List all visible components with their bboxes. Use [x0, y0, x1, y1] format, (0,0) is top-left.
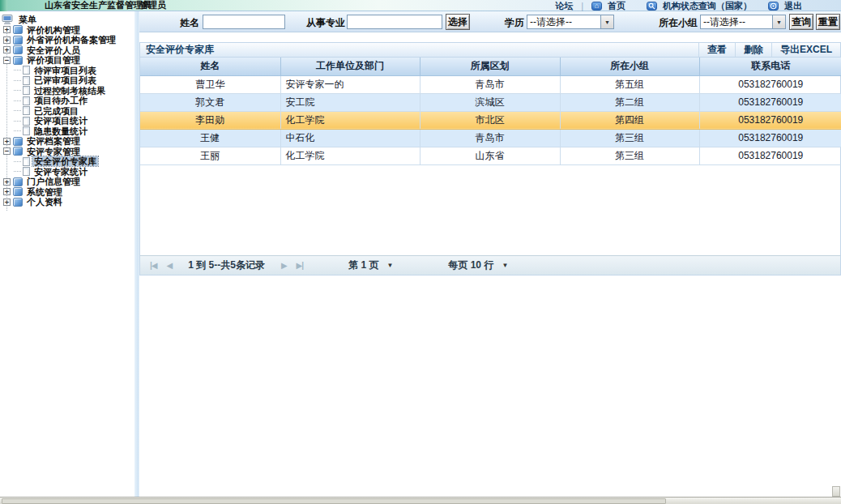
expand-icon[interactable]: + — [3, 36, 11, 44]
sidebar-item[interactable]: +评价机构管理 — [0, 25, 134, 36]
current-page-label: 第 1 页 — [345, 258, 382, 272]
delete-button[interactable]: 删除 — [735, 43, 771, 57]
sidebar-item[interactable]: 待评审项目列表 — [0, 66, 134, 76]
sidebar-root[interactable]: 菜单 — [0, 15, 134, 25]
view-button[interactable]: 查看 — [698, 43, 735, 57]
query-button[interactable]: 查询 — [789, 14, 813, 30]
tree-connector — [14, 80, 21, 81]
table-row[interactable]: 曹卫华安评专家一的青岛市第五组053182760019 — [140, 75, 841, 93]
home-link[interactable]: 首页 — [608, 1, 625, 11]
horizontal-scrollbar[interactable] — [0, 497, 841, 504]
page-dropdown-icon[interactable]: ▼ — [382, 262, 393, 269]
column-header-region[interactable]: 所属区划 — [420, 58, 560, 75]
sidebar-item[interactable]: 隐患数量统计 — [0, 126, 134, 137]
expand-icon[interactable]: + — [3, 26, 11, 33]
expert-table: 姓名 工作单位及部门 所属区划 所在小组 联系电话 曹卫华安评专家一的青岛市第五… — [140, 58, 841, 165]
sidebar-item[interactable]: +门户信息管理 — [0, 177, 134, 187]
sidebar-item[interactable]: +个人资料 — [0, 197, 134, 207]
export-excel-button[interactable]: 导出EXCEL — [771, 43, 840, 57]
folder-icon — [13, 137, 23, 146]
expand-icon[interactable]: + — [3, 199, 11, 206]
sidebar-item[interactable]: 已完成项目 — [0, 106, 134, 117]
sidebar-item[interactable]: +安全评价人员 — [0, 45, 134, 56]
name-input[interactable] — [203, 15, 285, 29]
sidebar-item-label[interactable]: 系统管理 — [25, 187, 64, 197]
scrollbar-thumb[interactable] — [2, 498, 666, 504]
group-select[interactable]: --请选择-- ▼ — [700, 15, 786, 29]
education-label: 学历 — [505, 16, 524, 30]
sidebar-item-label[interactable]: 评价机构管理 — [25, 25, 82, 35]
link-separator: ｜ — [578, 1, 587, 11]
sidebar-item-label[interactable]: 已评审项目列表 — [32, 75, 98, 85]
table-row[interactable]: 王健中石化青岛市第三组053182760019 — [140, 129, 841, 147]
chevron-down-icon[interactable]: ▼ — [600, 15, 613, 28]
table-cell: 王健 — [140, 129, 280, 147]
last-page-icon[interactable]: ▶| — [292, 261, 309, 270]
table-row[interactable]: 李田勋化工学院市北区第四组053182760019 — [140, 111, 841, 129]
page-icon — [23, 167, 30, 176]
sidebar-item-label[interactable]: 安评专家管理 — [25, 147, 82, 156]
sidebar-item-label[interactable]: 门户信息管理 — [25, 177, 82, 186]
reset-button[interactable]: 重置 — [816, 14, 840, 30]
sidebar-item-label[interactable]: 安评档案管理 — [25, 136, 82, 146]
expand-icon[interactable]: + — [3, 178, 11, 186]
vertical-scrollbar-button[interactable] — [832, 486, 840, 497]
column-header-name[interactable]: 姓名 — [140, 58, 280, 75]
sidebar-item-label[interactable]: 安评项目统计 — [32, 116, 89, 126]
sidebar-item-label[interactable]: 待评审项目列表 — [32, 66, 98, 75]
sidebar-item[interactable]: +安评档案管理 — [0, 136, 134, 147]
sidebar-item-label[interactable]: 安全评价人员 — [25, 45, 82, 55]
sidebar-item-label[interactable]: 外省评价机构备案管理 — [25, 35, 117, 45]
column-header-phone[interactable]: 联系电话 — [699, 58, 841, 75]
status-query-link[interactable]: 机构状态查询（国家） — [663, 1, 752, 11]
sidebar-item-label[interactable]: 隐患数量统计 — [32, 126, 89, 136]
table-cell: 安评专家一的 — [280, 75, 420, 93]
computer-icon — [2, 15, 15, 24]
profession-input[interactable] — [347, 15, 442, 29]
collapse-icon[interactable]: − — [3, 57, 11, 64]
expand-icon[interactable]: + — [3, 138, 11, 145]
sidebar-item[interactable]: 安评项目统计 — [0, 116, 134, 126]
expand-icon[interactable]: + — [3, 46, 11, 53]
sidebar-item[interactable]: +外省评价机构备案管理 — [0, 35, 134, 45]
sidebar-item[interactable]: 安评专家统计 — [0, 167, 134, 177]
page-size-dropdown-icon[interactable]: ▼ — [497, 262, 508, 269]
page-icon — [23, 106, 30, 115]
sidebar-item-label[interactable]: 项目待办工作 — [32, 96, 89, 105]
sidebar-item-label[interactable]: 安全评价专家库 — [32, 156, 98, 166]
next-page-icon[interactable]: ▶ — [276, 261, 292, 270]
sidebar-item-label[interactable]: 个人资料 — [25, 197, 64, 207]
expand-icon[interactable]: + — [3, 188, 11, 195]
logout-link[interactable]: 退出 — [784, 1, 802, 11]
column-header-group[interactable]: 所在小组 — [560, 58, 699, 75]
sidebar-item[interactable]: 项目待办工作 — [0, 96, 134, 106]
pagination-bar: |◀ ◀ 1 到 5--共5条记录 ▶ ▶| 第 1 页 ▼ 每页 10 行 ▼ — [140, 255, 840, 275]
chevron-down-icon[interactable]: ▼ — [772, 15, 785, 28]
sidebar-item-label[interactable]: 安评专家统计 — [32, 167, 89, 177]
folder-icon — [13, 45, 23, 54]
table-cell: 青岛市 — [420, 75, 560, 93]
sidebar-item-label[interactable]: 过程控制考核结果 — [32, 86, 107, 96]
first-page-icon[interactable]: |◀ — [145, 261, 162, 270]
sidebar-item[interactable]: +系统管理 — [0, 187, 134, 198]
page-icon — [23, 117, 30, 126]
prev-page-icon[interactable]: ◀ — [162, 261, 177, 270]
folder-icon — [13, 177, 23, 186]
sidebar-item[interactable]: 安全评价专家库 — [0, 156, 134, 167]
sidebar-item[interactable]: −安评专家管理 — [0, 147, 134, 157]
sidebar-item[interactable]: 过程控制考核结果 — [0, 86, 134, 96]
choose-button[interactable]: 选择 — [446, 14, 470, 30]
table-row[interactable]: 郭文君安工院滨城区第二组053182760019 — [140, 93, 841, 111]
sidebar-item[interactable]: −评价项目管理 — [0, 55, 134, 66]
collapse-icon[interactable]: − — [3, 147, 11, 155]
sidebar-item-label[interactable]: 已完成项目 — [32, 106, 80, 116]
sidebar-item[interactable]: 已评审项目列表 — [0, 75, 134, 86]
tree-connector — [14, 90, 21, 91]
column-header-unit[interactable]: 工作单位及部门 — [280, 58, 420, 75]
education-selected-value: --请选择-- — [527, 15, 600, 29]
sidebar-item-label[interactable]: 评价项目管理 — [25, 55, 82, 65]
logout-icon — [768, 2, 779, 11]
education-select[interactable]: --请选择-- ▼ — [527, 15, 614, 29]
forum-link[interactable]: 论坛 — [555, 1, 573, 11]
table-row[interactable]: 王丽化工学院山东省第三组053182760019 — [140, 147, 841, 164]
